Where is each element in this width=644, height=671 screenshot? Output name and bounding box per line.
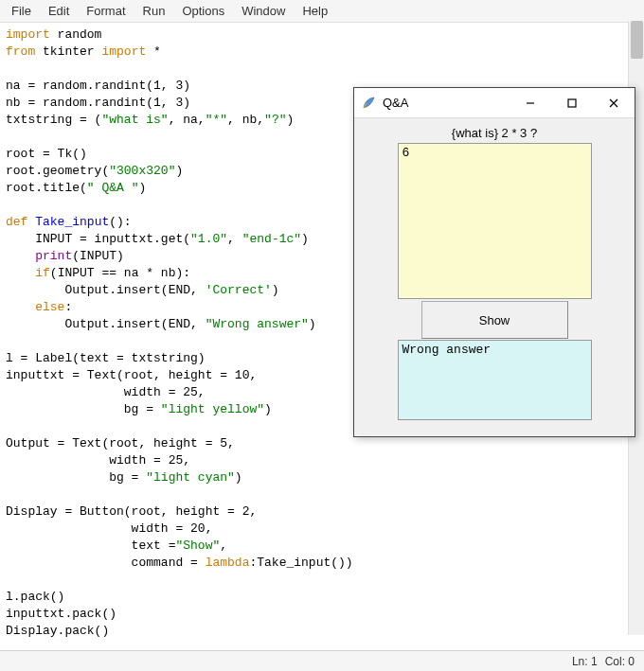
- menu-help[interactable]: Help: [295, 2, 335, 20]
- svg-rect-1: [568, 99, 576, 107]
- maximize-button[interactable]: [551, 88, 593, 117]
- qa-output-text[interactable]: Wrong answer: [398, 340, 592, 420]
- qa-input-text[interactable]: 6: [398, 143, 592, 299]
- menu-edit[interactable]: Edit: [41, 2, 77, 20]
- qa-title: Q&A: [383, 96, 510, 110]
- qa-question-label: {what is} 2 * 3 ?: [452, 126, 537, 140]
- minimize-button[interactable]: [510, 88, 551, 117]
- menu-run[interactable]: Run: [135, 2, 173, 20]
- menu-window[interactable]: Window: [234, 2, 293, 20]
- qa-titlebar[interactable]: Q&A: [354, 88, 635, 118]
- status-col: Col: 0: [605, 655, 635, 668]
- menu-file[interactable]: File: [4, 2, 39, 20]
- qa-window: Q&A {what is} 2 * 3 ? 6 Show Wrong answe…: [353, 87, 635, 437]
- menu-format[interactable]: Format: [79, 2, 133, 20]
- statusbar: Ln: 1 Col: 0: [0, 650, 644, 671]
- scrollbar-thumb[interactable]: [631, 21, 643, 59]
- menubar: File Edit Format Run Options Window Help: [0, 0, 644, 23]
- close-button[interactable]: [593, 88, 635, 117]
- status-line: Ln: 1: [572, 655, 598, 668]
- qa-body: {what is} 2 * 3 ? 6 Show Wrong answer: [354, 118, 635, 428]
- show-button[interactable]: Show: [421, 301, 568, 339]
- menu-options[interactable]: Options: [174, 2, 232, 20]
- feather-icon: [360, 95, 377, 112]
